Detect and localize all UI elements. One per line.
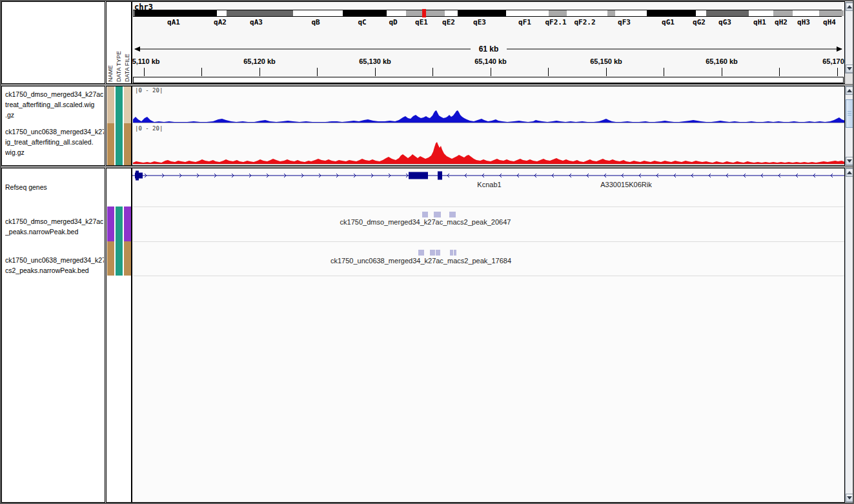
attribute-column-label-data-type: DATA TYPE [116,32,124,82]
attribute-cell[interactable] [107,86,114,123]
peak-feature[interactable] [430,250,435,256]
cytoband-label-qF2.1: qF2.1 [545,18,566,26]
arrowhead-right-icon [837,46,842,52]
cytoband-qE2[interactable] [445,10,458,16]
coordinate-label: 65,120 kb [243,57,276,65]
ruler-tick [606,68,607,76]
cytoband-label-qE1: qE1 [415,18,428,26]
attribute-cell[interactable] [107,241,114,276]
attribute-cell[interactable] [124,241,131,276]
peak-track-dmso[interactable]: ck1750_dmso_merged34_k27ac_macs2_peak_20… [133,207,845,241]
peak-track-unc0638[interactable]: ck1750_unc0638_merged34_k27ac_macs2_peak… [133,242,845,276]
attribute-cell[interactable] [116,207,123,241]
coordinate-label: 65,150 kb [590,57,622,65]
scroll-up-button[interactable] [846,86,853,95]
exon-block [438,172,442,180]
attribute-cell[interactable] [124,86,131,123]
scroll-down-button[interactable] [846,157,853,165]
coordinate-label: 65,170 [822,57,844,65]
attribute-cell[interactable] [107,168,114,207]
attribute-header-panel: NAME DATA TYPE DATA FILE [106,1,132,84]
region-of-interest-strip[interactable] [133,77,844,83]
cytoband-qH1[interactable] [749,10,773,16]
data-range-label: |0 - 20| [135,87,163,94]
cytoband-qF2.2[interactable] [567,10,607,16]
cytoband-qG3[interactable] [706,10,749,16]
cytoband-qG1[interactable] [647,10,696,16]
igv-window: NAME DATA TYPE DATA FILE chr3 qA1qA2qA3q… [0,0,854,504]
scrollbar-thumb[interactable] [846,99,853,128]
track-name-refseq[interactable]: Refseq genes [5,182,104,192]
attribute-cell[interactable] [116,123,123,165]
triangle-down-icon [847,159,852,163]
attribute-cell[interactable] [124,123,131,165]
cytoband-qH2[interactable] [773,10,793,16]
cytoband-qA1[interactable] [134,10,217,16]
cytoband-qF3[interactable] [615,10,647,16]
ruler-span-label: 61 kb [475,45,503,54]
cytoband-qC[interactable] [343,10,387,16]
wig-attribute-panel[interactable] [106,86,132,166]
thumb-grip-icon [848,111,851,116]
ruler-tick [722,68,722,76]
ruler-tick [201,68,202,76]
wig-track-unc0638[interactable]: |0 - 20| [133,123,845,165]
scroll-down-button[interactable] [846,494,853,502]
data-range-label: |0 - 20| [135,125,163,132]
cytoband-qB[interactable] [293,10,343,16]
feature-scrollbar[interactable] [845,168,854,503]
track-name-unc0638-wig[interactable]: ck1750_unc0638_merged34_k27 ig_treat_aft… [5,126,104,157]
cytoband-qA3[interactable] [227,10,293,16]
peak-feature[interactable] [454,250,456,256]
cytoband-qH3[interactable] [793,10,819,16]
wig-main-panel: |0 - 20| |0 - 20| [132,86,845,166]
attribute-cell[interactable] [116,86,123,123]
peak-feature[interactable] [418,250,424,256]
attribute-column [107,168,114,502]
attribute-cell[interactable] [107,123,114,165]
ideogram[interactable] [133,10,842,17]
peak-feature[interactable] [449,212,456,217]
cytoband-label-qE3: qE3 [473,18,486,26]
header-scrollbar[interactable] [845,2,854,74]
cytoband-qF2.1[interactable] [549,10,567,16]
peak-feature[interactable] [434,212,441,217]
header-main-panel: chr3 qA1qA2qA3qBqCqDqE1qE2qE3qF1qF2.1qF2… [132,1,845,84]
scroll-up-button[interactable] [846,3,853,11]
cytoband-qD[interactable] [387,10,406,16]
track-name-unc0638-peaks[interactable]: ck1750_unc0638_merged34_k27a cs2_peaks.n… [5,255,104,276]
peak-feature[interactable] [436,250,440,256]
feature-attribute-panel[interactable] [106,168,132,503]
attribute-cell[interactable] [116,241,123,276]
peak-label-dmso: ck1750_dmso_merged34_k27ac_macs2_peak_20… [340,218,511,226]
cytoband-qH4[interactable] [819,10,844,16]
coordinate-label: 65,130 kb [359,57,391,65]
peak-feature[interactable] [422,212,428,217]
track-name-dmso-wig[interactable]: ck1750_dmso_merged34_k27ac treat_afterfi… [5,89,104,120]
cytoband-qE3[interactable] [458,10,506,16]
cytoband-minor[interactable] [607,10,615,16]
attribute-column [116,86,123,165]
cytoband-qG2[interactable] [696,10,706,16]
scroll-up-button[interactable] [846,168,853,177]
attribute-cell[interactable] [107,207,114,241]
attribute-cell[interactable] [124,207,131,241]
ruler-tick [779,68,780,76]
cytoband-qA2[interactable] [217,10,227,16]
ruler-tick [837,68,838,76]
attribute-cell[interactable] [124,168,131,207]
peak-feature[interactable] [450,250,453,256]
cytoband-qF1[interactable] [506,10,549,16]
triangle-down-icon [847,67,852,70]
ruler-tick [375,68,376,76]
track-name-dmso-peaks[interactable]: ck1750_dmso_merged34_k27ac _peaks.narrow… [5,216,104,237]
coverage-path [133,142,845,164]
wig-scrollbar[interactable] [845,86,854,166]
ruler-tick [664,68,664,76]
attribute-column-label-name: NAME [107,32,116,82]
ruler-tick [548,68,549,76]
attribute-cell[interactable] [116,168,123,207]
wig-track-dmso[interactable]: |0 - 20| [133,86,845,123]
scroll-down-button[interactable] [846,65,853,73]
coverage-path [133,110,845,123]
